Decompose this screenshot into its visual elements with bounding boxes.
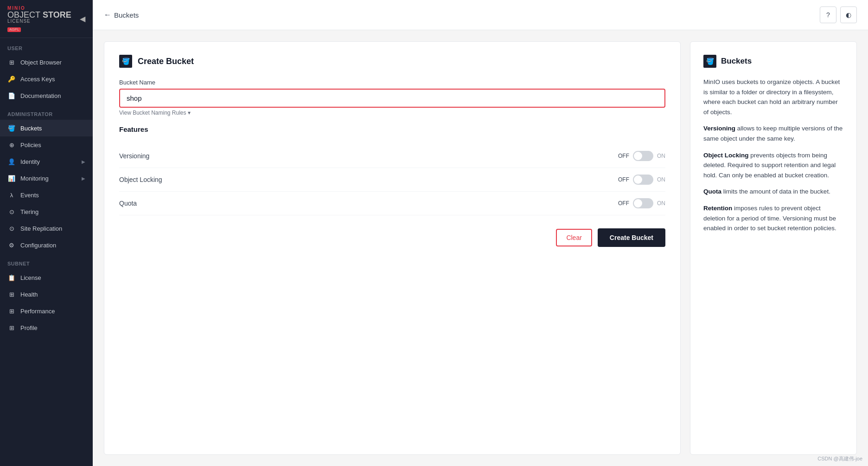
sidebar-item-label: Profile xyxy=(20,324,38,331)
feature-row-object-locking: Object Locking OFF ON xyxy=(119,168,665,192)
sidebar-item-label: Access Keys xyxy=(20,76,55,83)
top-bar: ← Buckets ? ◐ xyxy=(93,0,868,30)
bucket-panel-icon: 🪣 xyxy=(119,55,132,68)
sidebar-item-tiering[interactable]: ⊙ Tiering xyxy=(0,203,93,220)
info-paragraph-2: Versioning allows to keep multiple versi… xyxy=(703,123,843,143)
form-actions: Clear Create Bucket xyxy=(119,228,665,247)
sidebar-item-label: Policies xyxy=(20,142,41,149)
configuration-icon: ⚙ xyxy=(7,241,16,249)
buckets-icon: 🪣 xyxy=(7,124,16,132)
content-area: 🪣 Create Bucket Bucket Name View Bucket … xyxy=(93,30,868,466)
health-icon: ⊞ xyxy=(7,290,16,298)
feature-versioning-label: Versioning xyxy=(119,152,618,160)
policies-icon: ⊕ xyxy=(7,141,16,149)
info-panel-header: 🪣 Buckets xyxy=(703,55,843,68)
logo-main: OBJECT STORE LICENSE AGPL xyxy=(7,11,71,32)
main-area: ← Buckets ? ◐ 🪣 Create Bucket Bucket Nam… xyxy=(93,0,868,466)
quota-off-label: OFF xyxy=(618,200,629,207)
top-bar-actions: ? ◐ xyxy=(820,6,857,23)
toggle-knob xyxy=(634,175,642,184)
object-locking-off-label: OFF xyxy=(618,176,629,183)
info-paragraph-1: MinIO uses buckets to organize objects. … xyxy=(703,77,843,117)
info-panel-title: Buckets xyxy=(721,57,752,66)
sidebar-item-label: Performance xyxy=(20,308,55,315)
features-section: Features Versioning OFF ON Object Lockin… xyxy=(119,125,665,215)
chevron-down-icon: ▾ xyxy=(188,110,191,116)
license-icon: 📋 xyxy=(7,273,16,282)
back-link-label: Buckets xyxy=(114,11,139,19)
help-icon: ? xyxy=(826,11,830,19)
panel-header: 🪣 Create Bucket xyxy=(119,55,665,68)
sidebar-item-identity[interactable]: 👤 Identity ▶ xyxy=(0,153,93,170)
theme-icon: ◐ xyxy=(846,11,851,19)
bucket-name-input[interactable] xyxy=(119,89,665,108)
create-bucket-panel: 🪣 Create Bucket Bucket Name View Bucket … xyxy=(104,41,681,455)
info-paragraph-5: Retention imposes rules to prevent objec… xyxy=(703,203,843,233)
object-locking-toggle[interactable] xyxy=(633,175,653,185)
sidebar-item-site-replication[interactable]: ⊙ Site Replication xyxy=(0,220,93,237)
versioning-on-label: ON xyxy=(657,153,665,159)
sidebar-item-label: Site Replication xyxy=(20,225,62,232)
identity-icon: 👤 xyxy=(7,157,16,166)
sidebar-item-profile[interactable]: ⊞ Profile xyxy=(0,319,93,336)
watermark: CSDN @高建伟-joe xyxy=(817,455,862,462)
sidebar-item-label: Tiering xyxy=(20,208,38,215)
sidebar-item-policies[interactable]: ⊕ Policies xyxy=(0,136,93,153)
documentation-icon: 📄 xyxy=(7,91,16,100)
feature-object-locking-label: Object Locking xyxy=(119,176,618,183)
versioning-toggle-group: OFF ON xyxy=(618,151,665,161)
sidebar-item-label: Health xyxy=(20,291,38,298)
feature-quota-label: Quota xyxy=(119,200,618,207)
clear-button[interactable]: Clear xyxy=(556,229,592,246)
sidebar-item-monitoring[interactable]: 📊 Monitoring ▶ xyxy=(0,170,93,187)
sidebar-item-label: Identity xyxy=(20,158,40,165)
performance-icon: ⊞ xyxy=(7,307,16,315)
sidebar-item-configuration[interactable]: ⚙ Configuration xyxy=(0,237,93,253)
sidebar-item-performance[interactable]: ⊞ Performance xyxy=(0,303,93,319)
view-naming-rules-link[interactable]: View Bucket Naming Rules ▾ xyxy=(119,110,665,116)
object-locking-toggle-group: OFF ON xyxy=(618,175,665,185)
sidebar-item-documentation[interactable]: 📄 Documentation xyxy=(0,87,93,104)
sidebar-item-label: Documentation xyxy=(20,92,61,99)
sidebar-item-object-browser[interactable]: ⊞ Object Browser xyxy=(0,54,93,71)
sidebar-item-label: License xyxy=(20,274,41,281)
info-paragraph-3: Object Locking prevents objects from bei… xyxy=(703,150,843,181)
object-locking-on-label: ON xyxy=(657,176,665,183)
sidebar-item-access-keys[interactable]: 🔑 Access Keys xyxy=(0,71,93,87)
theme-button[interactable]: ◐ xyxy=(840,6,857,23)
sidebar-item-health[interactable]: ⊞ Health xyxy=(0,286,93,303)
monitoring-icon: 📊 xyxy=(7,174,16,182)
help-button[interactable]: ? xyxy=(820,6,836,23)
tiering-icon: ⊙ xyxy=(7,207,16,216)
sidebar-item-label: Configuration xyxy=(20,242,56,249)
quota-on-label: ON xyxy=(657,200,665,207)
profile-icon: ⊞ xyxy=(7,324,16,332)
create-bucket-button[interactable]: Create Bucket xyxy=(598,228,665,247)
object-browser-icon: ⊞ xyxy=(7,58,16,66)
versioning-off-label: OFF xyxy=(618,153,629,159)
back-arrow-icon: ← xyxy=(104,11,111,19)
sidebar-item-label: Monitoring xyxy=(20,175,49,182)
site-replication-icon: ⊙ xyxy=(7,224,16,233)
collapse-sidebar-button[interactable]: ◀ xyxy=(80,14,85,23)
features-title: Features xyxy=(119,125,665,137)
quota-toggle[interactable] xyxy=(633,198,653,208)
panel-title: Create Bucket xyxy=(138,57,194,66)
bucket-name-label: Bucket Name xyxy=(119,79,665,86)
info-paragraph-4: Quota limits the amount of data in the b… xyxy=(703,187,843,197)
chevron-down-icon: ▶ xyxy=(82,176,85,181)
feature-row-quota: Quota OFF ON xyxy=(119,192,665,215)
sidebar-item-events[interactable]: λ Events xyxy=(0,187,93,203)
sidebar-item-buckets[interactable]: 🪣 Buckets xyxy=(0,120,93,136)
logo-text: MINIO OBJECT STORE LICENSE AGPL xyxy=(7,6,71,32)
feature-row-versioning: Versioning OFF ON xyxy=(119,144,665,168)
chevron-down-icon: ▶ xyxy=(82,159,85,164)
versioning-toggle[interactable] xyxy=(633,151,653,161)
toggle-knob xyxy=(634,152,642,160)
sidebar-logo: MINIO OBJECT STORE LICENSE AGPL ◀ xyxy=(0,0,93,38)
bucket-name-form-group: Bucket Name View Bucket Naming Rules ▾ xyxy=(119,79,665,116)
sidebar-item-license[interactable]: 📋 License xyxy=(0,269,93,286)
back-to-buckets-link[interactable]: ← Buckets xyxy=(104,11,139,19)
sidebar-item-label: Buckets xyxy=(20,125,42,132)
access-keys-icon: 🔑 xyxy=(7,75,16,83)
